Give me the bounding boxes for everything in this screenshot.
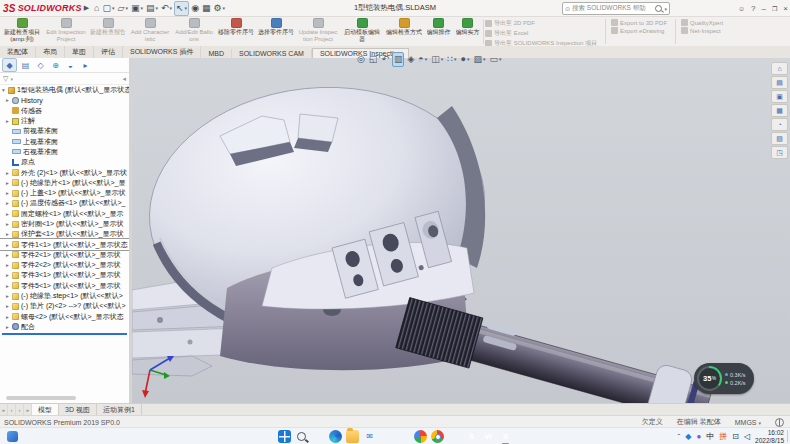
graphics-area[interactable] [132, 58, 790, 403]
tree-item[interactable]: ▸ 固定螺栓<1> (默认<<默认>_显示 [0, 209, 129, 219]
ime-pinyin-icon[interactable]: 拼 [719, 433, 727, 441]
tree-item[interactable]: ▸ 保护套<1> (默认<<默认>_显示状 [0, 229, 129, 239]
search-icon[interactable] [655, 5, 662, 12]
minimize-button[interactable]: – [761, 4, 765, 13]
solidworks-app[interactable]: S [499, 430, 512, 443]
dropdown-arrow-icon[interactable]: ▾ [425, 56, 428, 62]
tree-item[interactable]: ▸ 注解 [0, 116, 129, 126]
tree-item[interactable]: ▸ (-) 绝缘垫片<1> (默认<<默认>_显 [0, 178, 129, 188]
tree-item[interactable]: ▸ 螺母<2> (默认<<默认>_显示状态 [0, 312, 129, 322]
tree-item[interactable]: ▸ 配合 [0, 322, 129, 332]
previous-view-icon[interactable]: ↶ [380, 53, 390, 66]
tray-chevron-icon[interactable]: ˆ [678, 433, 681, 441]
filter-dropdown-icon[interactable]: ▾ [10, 76, 13, 82]
export-button[interactable]: QualityXpert [681, 19, 723, 26]
new-file-icon[interactable]: ▢ ▾ [101, 2, 115, 15]
dropdown-arrow-icon[interactable]: ▾ [112, 5, 115, 11]
tray-cloud-icon[interactable]: ◆ [685, 433, 691, 441]
units-dropdown-icon[interactable]: ▾ [758, 420, 761, 426]
widgets-button[interactable] [7, 431, 18, 442]
tree-item[interactable]: ▸ History [0, 95, 129, 105]
dropdown-arrow-icon[interactable]: ▾ [483, 56, 486, 62]
panel-collapse-icon[interactable]: ◂ [122, 75, 126, 83]
edit-measurement-button[interactable]: 编辑实方 [453, 17, 482, 46]
tree-item[interactable]: ▸ (-) 绝缘垫.step<1> (默认<<默认> [0, 291, 129, 301]
add-edit-balloons-button[interactable]: Add/Edit Balloons [172, 17, 216, 46]
dropdown-arrow-icon[interactable]: ▾ [467, 56, 470, 62]
dropdown-arrow-icon[interactable]: ▾ [499, 56, 502, 62]
tree-item[interactable]: ▸ 外壳 (2)<1> (默认<<默认>_显示状 [0, 167, 129, 177]
options-icon[interactable]: ⚙ ▾ [213, 2, 227, 15]
speed-monitor-badge[interactable]: 35 % 0.3K/s 0.2K/s [694, 363, 754, 394]
resources-home-icon[interactable]: ⌂ [771, 62, 788, 75]
dropdown-arrow-icon[interactable]: ▾ [454, 56, 457, 62]
tree-item[interactable]: 传感器 [0, 106, 129, 116]
view-settings-icon[interactable]: ▭ ▾ [489, 53, 503, 66]
custom-properties-icon[interactable]: ▧ [771, 132, 788, 145]
app-blue[interactable] [448, 430, 461, 443]
edit-inspection-method-button[interactable]: 编辑检查方式 [384, 17, 424, 46]
export-button[interactable]: 导出至 2D PDF [485, 19, 597, 28]
close-button[interactable]: × [783, 4, 788, 13]
view-orientation-icon[interactable]: ◓ ▾ [417, 53, 428, 66]
displaymanager-tab[interactable]: ◒ [64, 59, 77, 71]
tree-filter-row[interactable]: ▽ ▾ ◂ [0, 73, 129, 85]
configurationmanager-tab[interactable]: ◇ [34, 59, 47, 71]
select-balloons-button[interactable]: 选择零件序号 [256, 17, 296, 46]
tree-item[interactable]: 右视基准面 [0, 147, 129, 157]
dropdown-arrow-icon[interactable]: ▾ [441, 56, 444, 62]
tree-item[interactable]: ▸ 零件2<1> (默认<<默认>_显示状 [0, 250, 129, 260]
tray-security-icon[interactable]: ● [696, 433, 701, 441]
dropdown-arrow-icon[interactable]: ▾ [155, 5, 158, 11]
forum-icon[interactable]: ◳ [771, 146, 788, 159]
new-inspection-report-button[interactable]: 新建检查报告 [88, 17, 128, 46]
tree-item[interactable]: ▸ (-) 温度传感器<1> (默认<<默认>_ [0, 198, 129, 208]
volume-icon[interactable]: ◁ [744, 433, 750, 441]
ribbon-tab[interactable]: 布局 [36, 46, 65, 58]
restore-button[interactable]: ❐ [772, 5, 777, 12]
open-file-icon[interactable]: ▱ ▾ [117, 2, 129, 15]
mail-app[interactable]: ✉ [363, 430, 376, 443]
app-orange[interactable] [380, 430, 393, 443]
search-input[interactable]: 搜索 SOLIDWORKS 帮助 [572, 4, 653, 13]
zoom-area-icon[interactable]: ◱ [368, 53, 379, 66]
dropdown-arrow-icon[interactable]: ▾ [170, 5, 173, 11]
design-library-icon[interactable]: ▤ [771, 76, 788, 89]
start-button[interactable] [278, 430, 291, 443]
tree-horizontal-scrollbar[interactable] [6, 396, 76, 400]
edit-operation-button[interactable]: 编辑操作 [424, 17, 453, 46]
dynamic-annotation-icon[interactable]: ◈ [406, 53, 415, 66]
filter-funnel-icon[interactable]: ▽ [3, 75, 8, 83]
help-button[interactable]: ? [751, 4, 755, 13]
ribbon-tab[interactable]: 草图 [65, 46, 94, 58]
apply-scene-icon[interactable]: ▨ ▾ [473, 53, 487, 66]
file-properties-icon[interactable]: ▦ [201, 2, 212, 15]
new-inspection-project-button[interactable]: 新建检查项目 (amp:列) [0, 17, 44, 46]
tree-item[interactable]: ▸ 零件1<1> (默认<<默认>_显示状态 [0, 239, 129, 249]
dropdown-arrow-icon[interactable]: ▾ [140, 5, 143, 11]
dropdown-arrow-icon[interactable]: ▾ [223, 5, 226, 11]
print-icon[interactable]: ▤ ▾ [145, 2, 159, 15]
taskbar-clock[interactable]: 16:02 2022/8/15 [755, 429, 784, 444]
featuremanager-tab[interactable]: ◆ [2, 58, 17, 72]
wps-app[interactable]: W [482, 430, 495, 443]
dimxpert-tab[interactable]: ⊕ [49, 59, 62, 71]
ribbon-tab[interactable]: SOLIDWORKS 插件 [123, 46, 201, 58]
tree-item[interactable]: ▸ 零件5<1> (默认<<默认>_显示状 [0, 281, 129, 291]
export-button[interactable]: Export eDrawing [611, 27, 667, 34]
ime-lang-icon[interactable]: 中 [706, 433, 714, 441]
tree-item[interactable]: ▸ (-) 上盖<1> (默认<<默认>_显示状 [0, 188, 129, 198]
tree-item[interactable]: ▸ 密封圈<1> (默认<<默认>_显示状 [0, 219, 129, 229]
tree-item[interactable]: ▸ 零件3<1> (默认<<默认>_显示状 [0, 270, 129, 280]
ribbon-tab[interactable]: MBD [201, 49, 232, 58]
tree-item[interactable]: ▸ 零件2<2> (默认<<默认>_显示状 [0, 260, 129, 270]
taskview-app[interactable] [312, 430, 325, 443]
display-style-icon[interactable]: ◫ ▾ [430, 53, 444, 66]
tree-root-item[interactable]: ▾ 1型铠装热电偶 (默认<默认_显示状态-1> [0, 85, 129, 95]
search-button[interactable] [295, 430, 308, 443]
add-characteristic-button[interactable]: Add Characteristic [128, 17, 172, 46]
browser-360-app[interactable] [414, 430, 427, 443]
help-search-box[interactable]: ⊙ 搜索 SOLIDWORKS 帮助 ▾ [562, 2, 670, 15]
logo-flyout-arrow-icon[interactable]: ▶ [84, 4, 89, 12]
zoom-fit-icon[interactable]: ◎ [356, 53, 366, 66]
